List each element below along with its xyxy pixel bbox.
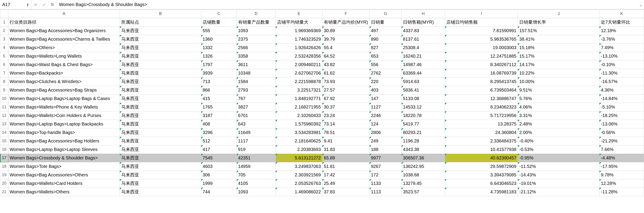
cell-A2[interactable]: Women Bags>Bag Accessories>Bag Organizer… <box>8 26 120 35</box>
formula-expand-button[interactable]: ⌄ <box>637 2 644 7</box>
cell-F9[interactable]: 27.57 <box>322 86 370 94</box>
cell-I9[interactable]: 6.739503464 <box>445 86 518 94</box>
cell-F6[interactable]: 43.82 <box>322 60 370 69</box>
cell-D11[interactable]: 3827 <box>236 103 276 111</box>
cell-D12[interactable]: 6701 <box>236 111 276 120</box>
cell-F13[interactable]: 73.14 <box>322 120 370 128</box>
cell-G18[interactable]: 9267 <box>370 162 402 171</box>
cell-I14[interactable]: 24.360804 <box>445 128 518 137</box>
cell-K8[interactable]: -16.57% <box>600 77 644 86</box>
row-header[interactable]: 16 <box>0 145 8 154</box>
cell-D18[interactable]: 14959 <box>236 162 276 171</box>
cell-G15[interactable]: 249 <box>370 137 402 145</box>
cell-J21[interactable]: -21.12% <box>518 188 600 196</box>
cell-G8[interactable]: 220 <box>370 77 402 86</box>
cell-J18[interactable]: -11.52% <box>518 162 600 171</box>
cell-D2[interactable]: 1093 <box>236 26 276 35</box>
row-header[interactable]: 2 <box>0 26 8 35</box>
cell-G14[interactable]: 2806 <box>370 128 402 137</box>
cell-E8[interactable]: 2.221598878 <box>276 77 322 86</box>
cell-H12[interactable]: 18220.78 <box>402 111 445 120</box>
cell-G5[interactable]: 653 <box>370 52 402 60</box>
cell-I18[interactable]: 29.59872909 <box>445 162 518 171</box>
row-header[interactable]: 21 <box>0 188 8 196</box>
cell-E3[interactable]: 1.746323529 <box>276 35 322 43</box>
row-header[interactable]: 19 <box>0 171 8 179</box>
row-header[interactable]: 1 <box>0 18 8 26</box>
row-header[interactable]: 8 <box>0 77 8 86</box>
cell-D1[interactable]: 有销量产品数量 <box>236 18 276 26</box>
cell-E20[interactable]: 2.053526763 <box>276 179 322 188</box>
cell-F4[interactable]: 55.4 <box>322 43 370 52</box>
cell-E19[interactable]: 2.303921569 <box>276 171 322 179</box>
cell-A12[interactable]: Women Bags>Wallets>Coin Holders & Purses <box>8 111 120 120</box>
cell-K7[interactable]: -11.30% <box>600 69 644 77</box>
row-header[interactable]: 7 <box>0 69 8 77</box>
table-row[interactable]: 9Women Bags>Bag Accessories>Bag Straps马来… <box>0 86 644 94</box>
cell-D16[interactable]: 919 <box>236 145 276 154</box>
table-row[interactable]: 2Women Bags>Bag Accessories>Bag Organize… <box>0 26 644 35</box>
cell-C1[interactable]: 店铺数量 <box>201 18 237 26</box>
cell-F15[interactable]: 9.41 <box>322 137 370 145</box>
cell-I6[interactable]: 8.340267112 <box>445 60 518 69</box>
cell-K9[interactable]: 4.36% <box>600 86 644 94</box>
spinner-down-icon[interactable]: ▼ <box>26 5 29 6</box>
cell-G12[interactable]: 2246 <box>370 111 402 120</box>
cell-C18[interactable]: 4603 <box>201 162 237 171</box>
cell-B9[interactable]: 马来西亚 <box>120 86 201 94</box>
cell-E17[interactable]: 5.613121272 <box>276 154 322 162</box>
cell-D8[interactable]: 1584 <box>236 77 276 86</box>
row-header[interactable]: 11 <box>0 103 8 111</box>
cell-I7[interactable]: 16.08769739 <box>445 69 518 77</box>
column-header-K[interactable]: K <box>600 9 644 18</box>
cell-J11[interactable]: 4.06% <box>518 103 600 111</box>
cell-G11[interactable]: 1127 <box>370 103 402 111</box>
cell-G3[interactable]: 890 <box>370 35 402 43</box>
cell-K13[interactable]: -13.06% <box>600 120 644 128</box>
name-box[interactable]: A17 ▲ ▼ <box>0 0 31 9</box>
cell-H11[interactable]: 14533.12 <box>402 103 445 111</box>
cell-H17[interactable]: 306507.36 <box>402 154 445 162</box>
cell-H6[interactable]: 14987.46 <box>402 60 445 69</box>
cell-B10[interactable]: 马来西亚 <box>120 94 201 103</box>
cell-F19[interactable]: 17.42 <box>322 171 370 179</box>
cell-G16[interactable]: 188 <box>370 145 402 154</box>
cell-C6[interactable]: 1797 <box>201 60 237 69</box>
cell-A20[interactable]: Women Bags>Wallets>Card Holders <box>8 179 120 188</box>
cell-K15[interactable]: -21.29% <box>600 137 644 145</box>
cell-B13[interactable]: 马来西亚 <box>120 120 201 128</box>
table-row[interactable]: 12Women Bags>Wallets>Coin Holders & Purs… <box>0 111 644 120</box>
cell-G13[interactable]: 124 <box>370 120 402 128</box>
cell-C19[interactable]: 306 <box>201 171 237 179</box>
cell-H5[interactable]: 16240.21 <box>402 52 445 60</box>
cell-B15[interactable]: 马来西亚 <box>120 137 201 145</box>
column-header-G[interactable]: G <box>370 9 402 18</box>
cell-D7[interactable]: 10348 <box>236 69 276 77</box>
cell-B11[interactable]: 马来西亚 <box>120 103 201 111</box>
cell-D4[interactable]: 2566 <box>236 43 276 52</box>
table-row[interactable]: 17Women Bags>Crossbody & Shoulder Bags>马… <box>0 154 644 162</box>
table-row[interactable]: 5Women Bags>Wallets>Long Wallets马来西亚1326… <box>0 52 644 60</box>
cell-K14[interactable]: -0.56% <box>600 128 644 137</box>
cell-B8[interactable]: 马来西亚 <box>120 77 201 86</box>
cell-I20[interactable]: 6.643046523 <box>445 179 518 188</box>
cell-I16[interactable]: 10.41577938 <box>445 145 518 154</box>
cell-E15[interactable]: 2.181640625 <box>276 137 322 145</box>
cell-C9[interactable]: 866 <box>201 86 237 94</box>
cell-H16[interactable]: 4343.38 <box>402 145 445 154</box>
cell-C11[interactable]: 1765 <box>201 103 237 111</box>
cell-A4[interactable]: Women Bags>Others> <box>8 43 120 52</box>
table-row[interactable]: 1行业类目路径所属站点店铺数量有销量产品数量店铺平均销量大有销量产品均价(MYR… <box>0 18 644 26</box>
cell-A3[interactable]: Women Bags>Bag Accessories>Charms & Twil… <box>8 35 120 43</box>
cell-F2[interactable]: 30.89 <box>322 26 370 35</box>
cell-B16[interactable]: 马来西亚 <box>120 145 201 154</box>
table-row[interactable]: 15Women Bags>Bag Accessories>Bag Holders… <box>0 137 644 145</box>
cell-J4[interactable]: 15.18% <box>518 43 600 52</box>
cell-K12[interactable]: -18.25% <box>600 111 644 120</box>
cell-B1[interactable]: 所属站点 <box>120 18 201 26</box>
cell-I21[interactable]: 4.735981183 <box>445 188 518 196</box>
cell-D5[interactable]: 3358 <box>236 52 276 60</box>
table-row[interactable]: 14Women Bags>Top-handle Bags>马来西亚3296116… <box>0 128 644 137</box>
cell-F8[interactable]: 73.93 <box>322 77 370 86</box>
cell-F14[interactable]: 78.51 <box>322 128 370 137</box>
